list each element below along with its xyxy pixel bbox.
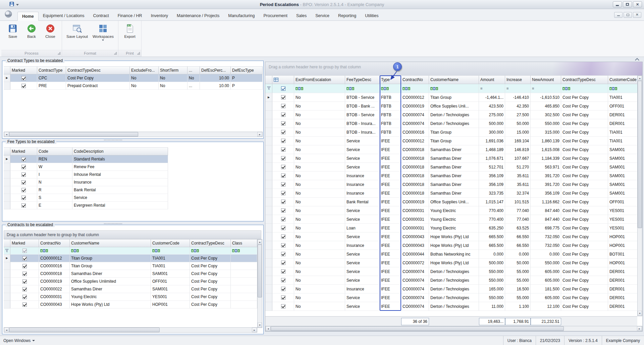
mdi-restore-button[interactable] xyxy=(624,12,632,18)
column-header-defesctype[interactable]: DefEscType xyxy=(231,66,263,74)
group-by-hint[interactable]: Drag a column header here to group by th… xyxy=(265,62,642,75)
checkbox-checked-icon[interactable] xyxy=(21,203,26,208)
mdi-close-button[interactable]: ✕ xyxy=(633,12,641,18)
escalation-row[interactable]: NoServiceIFEECO0000044Bothas Networking … xyxy=(265,250,638,259)
escalation-row[interactable]: NoLoanIFEECO0000031Young Electric635.250… xyxy=(265,224,638,232)
escalation-row[interactable]: NoBank RentalIFEECO0000019Office Supplie… xyxy=(265,198,638,206)
escalation-row[interactable]: NoInsuranceIFEECO0000074Derton / Technol… xyxy=(265,285,638,293)
tab-manufacturing[interactable]: Manufacturing xyxy=(224,11,259,20)
escalation-row[interactable]: NoBTOB - Insura...FBTBCO0000074Derton / … xyxy=(265,119,638,128)
filter-cell-newamount[interactable]: = xyxy=(531,84,561,93)
filter-cell-contracttypedesc[interactable]: aBc xyxy=(190,247,231,255)
escalation-row[interactable]: NoServiceIFEECO0000074Derton / Technolog… xyxy=(265,302,638,311)
checkbox-checked-icon[interactable] xyxy=(21,157,26,161)
checkbox-checked-icon[interactable] xyxy=(22,272,27,276)
checkbox-checked-icon[interactable] xyxy=(281,182,285,187)
ribbon-button-workspaces[interactable]: Workspaces xyxy=(91,22,116,50)
escalation-row[interactable]: NoServiceIFEECO0000031Young Electric770.… xyxy=(265,215,638,224)
escalation-row[interactable]: NoServiceIFEECO0000018Samanthas Diner1,0… xyxy=(265,154,638,163)
minimize-button[interactable] xyxy=(613,1,622,7)
checkbox-checked-icon[interactable] xyxy=(21,188,26,192)
filter-cell-customercode[interactable]: aBc xyxy=(608,84,638,93)
horizontal-scrollbar[interactable]: ◄ ► xyxy=(4,327,257,333)
ribbon-button-export[interactable]: XLSXExport xyxy=(121,22,139,50)
scrollbar-thumb[interactable] xyxy=(258,245,262,297)
app-logo-icon[interactable] xyxy=(3,10,14,19)
filter-cell-customername[interactable]: aBc xyxy=(70,247,151,255)
panel-splitter[interactable] xyxy=(104,140,122,140)
column-header-contractno[interactable]: ContractNo xyxy=(401,75,429,84)
tab-home[interactable]: Home xyxy=(17,12,39,21)
checkbox-checked-icon[interactable] xyxy=(281,121,285,126)
scroll-left-button[interactable]: ◄ xyxy=(4,328,9,332)
column-header-marked[interactable]: Marked xyxy=(10,147,37,155)
filter-cell-class[interactable]: aBc xyxy=(231,247,257,255)
checkbox-checked-icon[interactable] xyxy=(22,287,27,291)
column-header-defescperc[interactable]: DefEscPerc... xyxy=(200,66,231,74)
scrollbar-track[interactable] xyxy=(9,328,252,332)
scrollbar-thumb[interactable] xyxy=(638,81,642,228)
scroll-left-button[interactable]: ◄ xyxy=(4,132,9,137)
column-header-col[interactable]: ... xyxy=(187,66,200,74)
column-header-code[interactable]: Code xyxy=(37,147,72,155)
checkbox-checked-icon[interactable] xyxy=(281,261,285,265)
checkbox-checked-icon[interactable] xyxy=(281,95,285,99)
checkbox-checked-icon[interactable] xyxy=(281,295,285,300)
collapse-ribbon-chevron-icon[interactable] xyxy=(635,58,639,61)
contract-types-row[interactable]: ▶CPCCost Per CopyNoNoNo10.00P xyxy=(4,74,263,82)
checkbox-checked-icon[interactable] xyxy=(281,174,285,178)
filter-cell-marked[interactable] xyxy=(272,84,294,93)
filter-cell-customername[interactable]: aBc xyxy=(429,84,479,93)
scrollbar-track[interactable] xyxy=(9,132,257,137)
column-header-amount[interactable]: Amount xyxy=(479,75,505,84)
checkbox-checked-icon[interactable] xyxy=(22,302,27,307)
escalation-row[interactable]: NoInsuranceIFEECO0000018Samanthas Diner3… xyxy=(265,180,638,189)
contracts-row[interactable]: CO0000031Young ElectricYES001Cost Per Co… xyxy=(4,293,257,301)
checkbox-checked-icon[interactable] xyxy=(21,180,26,185)
tab-service[interactable]: Service xyxy=(311,11,334,20)
scroll-down-button[interactable]: ▼ xyxy=(638,311,642,316)
escalation-row[interactable]: NoInsuranceIFEECO0000043Hope Works (Pty)… xyxy=(265,241,638,250)
checkbox-checked-icon[interactable] xyxy=(281,243,285,248)
checkbox-checked-icon[interactable] xyxy=(281,156,285,160)
escalation-row[interactable]: NoServiceIFEECO0000072Hope Works (Pty) L… xyxy=(265,259,638,267)
scroll-up-button[interactable]: ▲ xyxy=(638,76,642,81)
checkbox-checked-icon[interactable] xyxy=(281,104,285,108)
column-header-customercode[interactable]: CustomerCode xyxy=(151,239,190,247)
filter-cell-marked[interactable] xyxy=(10,247,39,255)
column-header-marked[interactable]: Marked xyxy=(10,239,39,247)
checkbox-checked-icon[interactable] xyxy=(281,287,285,291)
filter-cell-contracttypedesc[interactable]: aBc xyxy=(561,84,608,93)
mdi-minimize-button[interactable] xyxy=(614,12,623,18)
tab-maintenance-projects[interactable]: Maintenance / Projects xyxy=(172,11,224,20)
close-button[interactable]: ✕ xyxy=(633,1,642,7)
scrollbar-thumb[interactable] xyxy=(271,326,564,331)
escalation-row[interactable]: NoServiceIFEECO0000018Samanthas Diner1,4… xyxy=(265,145,638,154)
horizontal-scrollbar[interactable]: ◄ ► xyxy=(265,326,642,331)
scroll-up-button[interactable]: ▲ xyxy=(258,239,262,245)
tab-inventory[interactable]: Inventory xyxy=(147,11,172,20)
horizontal-scrollbar[interactable]: ◄ ► xyxy=(4,132,263,137)
tab-equipment-locations[interactable]: Equipment / Locations xyxy=(39,11,89,20)
contracts-row[interactable]: CO0000016Titan GroupTIA001Cost Per Copy xyxy=(4,262,257,270)
contracts-row[interactable]: CO0000018Samanthas DinerSAM001Cost Per C… xyxy=(4,270,257,278)
filter-cell-exclfromescalation[interactable]: aBc xyxy=(294,84,345,93)
scrollbar-track[interactable] xyxy=(271,326,637,331)
checkbox-checked-icon[interactable] xyxy=(281,130,285,134)
escalation-row[interactable]: NoBTOB - Bank ...FBTBCO0000019Office Sup… xyxy=(265,102,638,111)
ribbon-button-save[interactable]: Save xyxy=(4,22,22,50)
checkbox-checked-icon[interactable] xyxy=(21,172,26,177)
filter-cell-type[interactable]: aBc xyxy=(380,84,401,93)
scrollbar-thumb[interactable] xyxy=(9,328,160,332)
checkbox-checked-icon[interactable] xyxy=(281,191,285,195)
column-header-contractno[interactable]: ContractNo xyxy=(39,239,70,247)
checkbox-checked-icon[interactable] xyxy=(281,139,285,143)
checkbox-checked-icon[interactable] xyxy=(281,113,285,117)
escalation-row[interactable]: NoServiceIFEECO0000043Hope Works (Pty) L… xyxy=(265,232,638,241)
checkbox-checked-icon[interactable] xyxy=(281,278,285,282)
fee-types-row[interactable]: RBank Rental xyxy=(4,186,168,194)
panel-splitter[interactable] xyxy=(104,223,122,224)
checkbox-checked-icon[interactable] xyxy=(281,208,285,213)
column-header-customername[interactable]: CustomerName xyxy=(429,75,479,84)
checkbox-checked-icon[interactable] xyxy=(22,256,27,261)
